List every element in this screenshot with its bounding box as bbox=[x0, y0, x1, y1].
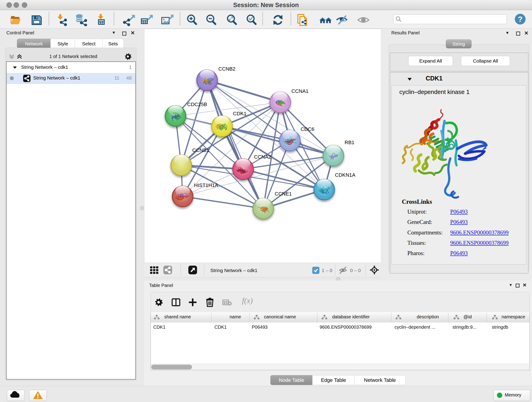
svg-text:HIST1H1A: HIST1H1A bbox=[194, 182, 218, 188]
svg-text:CCNA2: CCNA2 bbox=[254, 154, 271, 160]
svg-text:CCNA1: CCNA1 bbox=[291, 88, 309, 94]
svg-text:RB1: RB1 bbox=[345, 140, 355, 145]
svg-text:CCNB2: CCNB2 bbox=[218, 66, 235, 72]
svg-text:CDKN1A: CDKN1A bbox=[335, 172, 355, 178]
svg-text:CCNB1: CCNB1 bbox=[192, 147, 209, 153]
svg-text:CCNE1: CCNE1 bbox=[275, 191, 292, 197]
svg-text:CDC6: CDC6 bbox=[301, 126, 314, 132]
svg-text:CDC25B: CDC25B bbox=[187, 102, 207, 107]
svg-text:CDK1: CDK1 bbox=[233, 111, 247, 116]
